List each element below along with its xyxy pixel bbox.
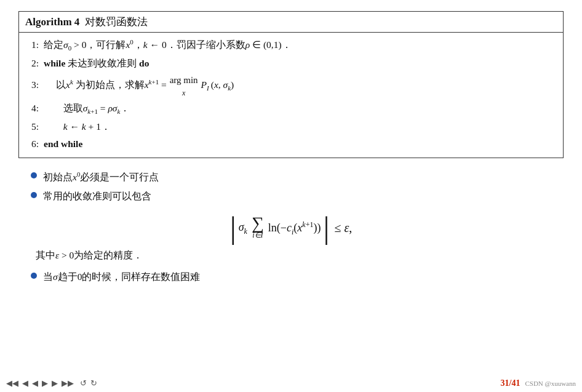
- alg-content-2: while 未达到收敛准则 do: [44, 55, 557, 71]
- page-current: 31: [501, 378, 509, 388]
- alg-content-1: 给定σ0 > 0，可行解x0，k ← 0．罚因子缩小系数ρ ∈ (0,1)．: [44, 36, 557, 54]
- bullet-list: 初始点x0必须是一个可行点 常用的收敛准则可以包含: [31, 169, 564, 204]
- algorithm-title: Algorithm 4: [25, 16, 79, 28]
- alg-line-2: 2: while 未达到收敛准则 do: [25, 55, 557, 71]
- formula-area: | σk ∑ i∈I ln(−ci(xk+1)) | ≤ ε,: [18, 212, 564, 243]
- algorithm-body: 1: 给定σ0 > 0，可行解x0，k ← 0．罚因子缩小系数ρ ∈ (0,1)…: [19, 33, 563, 158]
- algorithm-title-cn: 对数罚函数法: [82, 16, 148, 28]
- bullet-item-2: 常用的收敛准则可以包含: [31, 189, 564, 204]
- alg-line-3: 3: 以xk 为初始点，求解xk+1 = arg min x PI (x, σk…: [25, 73, 557, 99]
- bottom-bullet-list: 当σ趋于0的时候，同样存在数值困难: [31, 270, 564, 285]
- bullet-item-3: 当σ趋于0的时候，同样存在数值困难: [31, 270, 564, 285]
- sigma-k: σk: [239, 219, 247, 237]
- nav-prev-icon[interactable]: ◀: [22, 378, 28, 388]
- right-abs-bracket: |: [323, 212, 329, 243]
- csdn-watermark: CSDN @xuuwann: [525, 380, 576, 387]
- alg-num-2: 2:: [25, 55, 39, 71]
- alg-content-3: 以xk 为初始点，求解xk+1 = arg min x PI (x, σk): [44, 73, 557, 99]
- alg-line-1: 1: 给定σ0 > 0，可行解x0，k ← 0．罚因子缩小系数ρ ∈ (0,1)…: [25, 36, 557, 54]
- alg-line-5: 5: k ← k + 1．: [25, 119, 557, 135]
- alg-line-4: 4: 选取σk+1 = ρσk．: [25, 100, 557, 118]
- slide-container: Algorithm 4 对数罚函数法 1: 给定σ0 > 0，可行解x0，k ←…: [0, 0, 582, 392]
- page-total: 41: [511, 378, 520, 388]
- nav-prev-section-icon[interactable]: ◀: [32, 378, 38, 388]
- algorithm-header: Algorithm 4 对数罚函数法: [19, 12, 563, 33]
- nav-back-icon[interactable]: ↺: [80, 378, 87, 388]
- bullet-dot-2: [31, 192, 37, 198]
- bullet-dot-1: [31, 172, 37, 178]
- ln-expression: ln(−ci(xk+1)): [268, 219, 321, 238]
- alg-num-4: 4:: [25, 100, 39, 116]
- bullet-text-3: 当σ趋于0的时候，同样存在数值困难: [43, 270, 200, 285]
- remark-text: 其中ε > 0为给定的精度．: [36, 249, 564, 262]
- alg-content-6: end while: [44, 136, 557, 152]
- bullet-text-2: 常用的收敛准则可以包含: [43, 189, 151, 204]
- alg-num-5: 5:: [25, 119, 39, 135]
- alg-line-6: 6: end while: [25, 136, 557, 152]
- footer: ◀◀ ◀ ◀ ▶ ▶ ▶▶ ↺ ↻ 31/41 CSDN @xuuwann: [0, 378, 582, 388]
- alg-num-6: 6:: [25, 136, 39, 152]
- sum-subscript: i∈I: [252, 230, 263, 241]
- nav-forward-icon[interactable]: ↻: [90, 378, 97, 388]
- page-number: 31/41: [501, 378, 520, 388]
- alg-num-3: 3:: [25, 77, 39, 93]
- summation-block: ∑ i∈I: [252, 215, 264, 241]
- bullet-item-1: 初始点x0必须是一个可行点: [31, 169, 564, 185]
- nav-first-icon[interactable]: ◀◀: [6, 378, 18, 388]
- footer-nav-left[interactable]: ◀◀ ◀ ◀ ▶ ▶ ▶▶ ↺ ↻: [6, 378, 97, 388]
- nav-next-section-icon[interactable]: ▶: [42, 378, 48, 388]
- alg-num-1: 1:: [25, 37, 39, 53]
- alg-content-4: 选取σk+1 = ρσk．: [44, 100, 557, 118]
- nav-next-icon[interactable]: ▶: [52, 378, 58, 388]
- left-abs-bracket: |: [230, 212, 236, 243]
- bullet-text-1: 初始点x0必须是一个可行点: [43, 169, 159, 185]
- bullet-dot-3: [31, 273, 37, 279]
- algorithm-box: Algorithm 4 对数罚函数法 1: 给定σ0 > 0，可行解x0，k ←…: [18, 11, 564, 158]
- inequality: ≤ ε,: [334, 218, 352, 237]
- nav-last-icon[interactable]: ▶▶: [62, 378, 74, 388]
- formula-inner: | σk ∑ i∈I ln(−ci(xk+1)) | ≤ ε,: [230, 212, 353, 243]
- alg-content-5: k ← k + 1．: [44, 119, 557, 135]
